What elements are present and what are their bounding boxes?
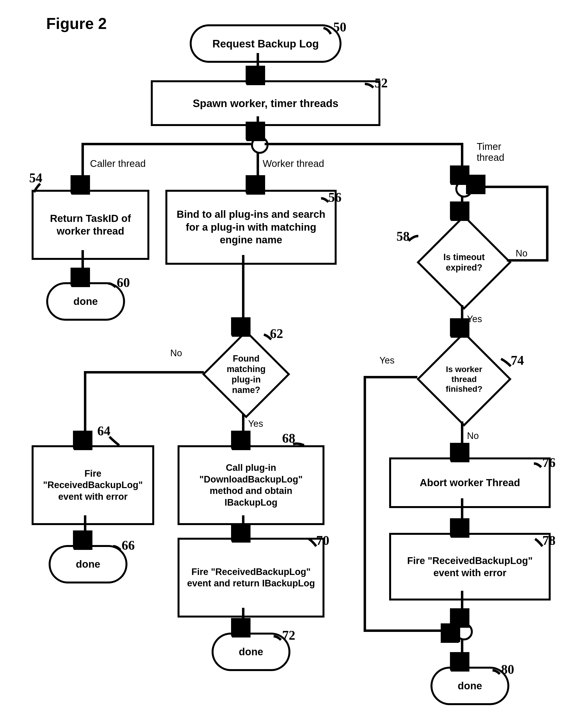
fire-error-78-box: Fire "ReceivedBackupLog" event with erro…	[389, 533, 551, 601]
ref-80: 80	[501, 662, 514, 677]
fire-return-ibackuplog-box: Fire "ReceivedBackupLog" event and retur…	[177, 538, 324, 617]
ref-66: 66	[122, 538, 135, 553]
timer-thread-label: Timer thread	[477, 141, 513, 163]
call-plugin-box: Call plug-in "DownloadBackupLog" method …	[177, 445, 324, 525]
caller-thread-label: Caller thread	[90, 158, 146, 169]
done-60-terminator: done	[46, 282, 125, 321]
no-74-label: No	[467, 431, 479, 441]
done-80-terminator: done	[430, 667, 509, 705]
fire-error-64-box: Fire "ReceivedBackupLog" event with erro…	[32, 445, 154, 525]
ref-72: 72	[282, 628, 295, 643]
yes-58-label: Yes	[467, 314, 482, 324]
worker-finished-decision: Is worker thread finished?	[417, 332, 511, 427]
no-58-label: No	[516, 248, 528, 259]
decision-label: Found matching plug-in name?	[217, 345, 275, 403]
ref-58: 58	[397, 229, 410, 244]
ref-62: 62	[270, 326, 283, 341]
worker-thread-label: Worker thread	[263, 158, 324, 169]
spawn-threads-box: Spawn worker, timer threads	[151, 80, 380, 126]
abort-worker-box: Abort worker Thread	[389, 457, 551, 508]
ref-60: 60	[117, 275, 130, 290]
return-taskid-box: Return TaskID of worker thread	[32, 190, 149, 260]
ref-50: 50	[333, 19, 346, 35]
fork-joint	[251, 136, 269, 154]
bind-plugins-box: Bind to all plug-ins and search for a pl…	[165, 190, 337, 265]
flowchart-page: Figure 2 Request Backup Log Spawn worker…	[0, 0, 574, 728]
decision-label: Is timeout expired?	[433, 231, 496, 294]
yes-74-label: Yes	[379, 355, 395, 366]
ref-76: 76	[542, 455, 556, 470]
yes-62-label: Yes	[248, 418, 263, 429]
figure-title: Figure 2	[46, 14, 107, 33]
timer-joint	[455, 180, 473, 198]
ref-70: 70	[316, 533, 329, 548]
done-72-terminator: done	[212, 633, 290, 671]
merge-joint	[455, 623, 473, 640]
ref-74: 74	[511, 353, 524, 368]
decision-label: Is worker thread finished?	[433, 348, 496, 411]
no-62-label: No	[170, 348, 182, 358]
timeout-decision: Is timeout expired?	[417, 215, 511, 310]
ref-56: 56	[328, 190, 341, 205]
done-66-terminator: done	[49, 545, 127, 583]
ref-64: 64	[97, 423, 111, 439]
found-plugin-decision: Found matching plug-in name?	[202, 330, 290, 418]
ref-78: 78	[542, 533, 556, 548]
ref-52: 52	[375, 75, 388, 90]
start-terminator: Request Backup Log	[190, 24, 341, 63]
ref-54: 54	[29, 170, 42, 186]
ref-68: 68	[282, 431, 295, 446]
